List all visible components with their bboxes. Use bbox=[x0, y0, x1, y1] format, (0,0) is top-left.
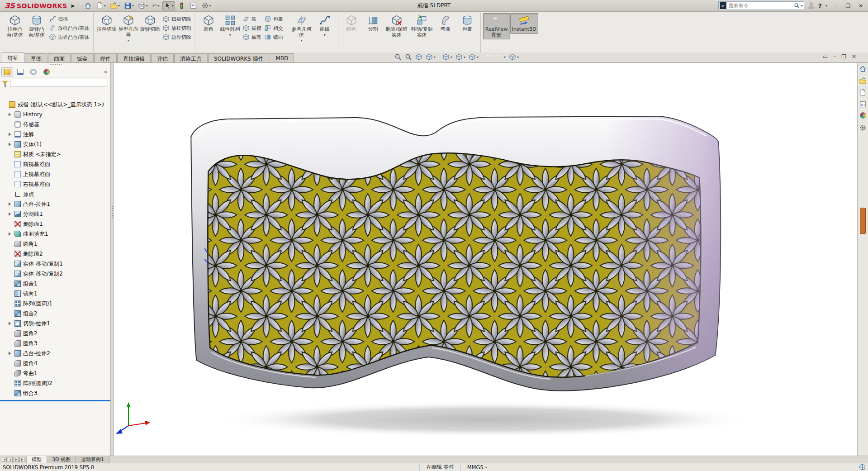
edit-appearance-button[interactable] bbox=[485, 53, 493, 61]
doc-close-button[interactable]: ✕ bbox=[852, 53, 856, 60]
tree-item-solid-bodies[interactable]: 实体(1) bbox=[0, 139, 110, 149]
new-document-button[interactable]: ▾ bbox=[95, 1, 107, 10]
doc-minimize-button[interactable]: – bbox=[833, 53, 836, 60]
doc-window-frame-button[interactable]: ▭ bbox=[823, 53, 828, 60]
tree-item-filled-surface1[interactable]: 曲面填充1 bbox=[0, 229, 110, 239]
intersect-button[interactable]: 相交 bbox=[263, 24, 285, 33]
tree-item-body-move-copy1[interactable]: 实体-移动/复制1 bbox=[0, 259, 110, 269]
tree-item-sensors[interactable]: 传感器 bbox=[0, 119, 110, 129]
revolve-cut-button[interactable]: 旋转切除 bbox=[139, 13, 161, 34]
tree-item-fillet2[interactable]: 圆角2 bbox=[0, 328, 110, 338]
motion-study-tab[interactable]: 运动算例1 bbox=[76, 456, 109, 463]
hole-wizard-caret-icon[interactable]: ▾ bbox=[128, 38, 129, 43]
zoom-to-area-button[interactable] bbox=[405, 53, 412, 61]
tree-item-mirror1[interactable]: 镜向1 bbox=[0, 289, 110, 299]
property-manager-tab[interactable] bbox=[14, 67, 26, 76]
tree-item-history[interactable]: History bbox=[0, 109, 110, 119]
display-manager-tab[interactable] bbox=[41, 67, 52, 76]
previous-tab-button[interactable] bbox=[8, 457, 13, 462]
revolve-boss-button[interactable]: 旋转凸台/基体 bbox=[26, 13, 47, 39]
tab-direct-editing[interactable]: 直接编辑 bbox=[117, 53, 151, 62]
previous-view-button[interactable] bbox=[415, 53, 422, 61]
tab-surfaces[interactable]: 曲面 bbox=[48, 53, 71, 62]
tab-solidworks-add-ins[interactable]: SOLIDWORKS 插件 bbox=[208, 53, 269, 62]
search-caret-icon[interactable]: ▾ bbox=[801, 4, 803, 8]
search-input[interactable] bbox=[728, 2, 792, 9]
graphics-viewport[interactable] bbox=[114, 63, 857, 456]
solidworks-resources-button[interactable] bbox=[859, 65, 867, 73]
search-scope-icon[interactable]: > bbox=[720, 2, 726, 9]
last-tab-button[interactable] bbox=[19, 457, 24, 462]
home-button[interactable] bbox=[83, 1, 93, 10]
print-button[interactable]: ▾ bbox=[137, 1, 149, 10]
model-tab[interactable]: 模型 bbox=[27, 456, 47, 463]
user-account-icon[interactable] bbox=[808, 2, 815, 9]
doc-restore-button[interactable]: ❐ bbox=[841, 53, 846, 60]
tab-features[interactable]: 特征 bbox=[2, 52, 24, 62]
units-selector[interactable]: MMGS ▴ bbox=[460, 464, 493, 471]
tree-item-origin[interactable]: 原点 bbox=[0, 189, 110, 199]
restore-button[interactable]: ❐ bbox=[844, 3, 853, 9]
tree-item-boss-extrude1[interactable]: 凸台-拉伸1 bbox=[0, 199, 110, 209]
linear-pattern-caret-icon[interactable]: ▾ bbox=[229, 33, 231, 37]
panel-flyout-arrow-icon[interactable]: » bbox=[104, 69, 109, 75]
rollback-bar[interactable] bbox=[0, 400, 110, 401]
draft-button[interactable]: 拔模 bbox=[241, 24, 263, 33]
filter-funnel-icon[interactable] bbox=[2, 81, 8, 85]
loft-cut-button[interactable]: 放样切割 bbox=[161, 24, 193, 33]
appearances-scenes-button[interactable] bbox=[860, 112, 866, 120]
tree-item-combine1[interactable]: 组合1 bbox=[0, 279, 110, 289]
options-button[interactable]: ▾ bbox=[200, 1, 213, 10]
hide-show-items-button[interactable]: ▾ bbox=[469, 53, 479, 61]
move-copy-bodies-button[interactable]: 移动/复制实体 bbox=[409, 13, 435, 39]
extrude-cut-button[interactable]: 拉伸切除 bbox=[96, 13, 118, 34]
tree-root-part[interactable]: 戒指 (默认<<默认>_显示状态 1>) bbox=[0, 100, 110, 109]
tree-item-right-plane[interactable]: 右视基准面 bbox=[0, 179, 110, 189]
view-settings-button[interactable]: ▾ bbox=[509, 53, 519, 61]
tab-sheet-metal[interactable]: 钣金 bbox=[71, 53, 94, 62]
section-view-button[interactable]: ▾ bbox=[426, 53, 436, 61]
tree-item-delete-face1[interactable]: 删除面1 bbox=[0, 219, 110, 229]
tab-sketch[interactable]: 草图 bbox=[25, 53, 47, 62]
extrude-boss-button[interactable]: 拉伸凸台/基体 bbox=[4, 13, 26, 39]
rebuild-button[interactable] bbox=[176, 1, 187, 10]
tree-item-top-plane[interactable]: 上视基准面 bbox=[0, 169, 110, 179]
file-properties-button[interactable] bbox=[188, 1, 199, 10]
curves-button[interactable]: 曲线▾ bbox=[314, 13, 336, 38]
wrap-button[interactable]: 包覆 bbox=[263, 14, 285, 24]
open-button[interactable]: ▾ bbox=[109, 1, 121, 10]
tree-item-material[interactable]: 材质 <未指定> bbox=[0, 149, 110, 159]
feature-manager-tab[interactable] bbox=[1, 67, 13, 76]
search-icon[interactable] bbox=[794, 3, 800, 9]
tab-evaluate[interactable]: 评估 bbox=[151, 53, 174, 62]
ring-model-view[interactable] bbox=[114, 63, 857, 456]
view-orientation-button[interactable]: ▾ bbox=[442, 53, 452, 61]
tree-item-front-plane[interactable]: 前视基准面 bbox=[0, 159, 110, 169]
linear-pattern-button[interactable]: 线性阵列▾ bbox=[219, 13, 241, 38]
reference-geometry-button[interactable]: 参考几何体▾ bbox=[289, 13, 314, 44]
task-pane-scroll-thumb[interactable] bbox=[860, 208, 866, 234]
hole-wizard-button[interactable]: 异型孔向导▾ bbox=[118, 13, 139, 44]
flex-button[interactable]: 弯曲 bbox=[435, 13, 456, 34]
tree-item-combine2[interactable]: 组合2 bbox=[0, 309, 110, 319]
first-tab-button[interactable] bbox=[2, 457, 7, 462]
panel-grip[interactable] bbox=[0, 63, 110, 67]
boundary-boss-button[interactable]: 边界凸台/基体 bbox=[47, 33, 91, 42]
select-tool-button[interactable]: ▾ bbox=[162, 1, 175, 10]
shell-button[interactable]: 抽壳 bbox=[241, 33, 263, 42]
file-explorer-button[interactable] bbox=[859, 89, 867, 96]
loft-boss-button[interactable]: 放样凸台/基体 bbox=[47, 24, 91, 33]
wrap-feature-button[interactable]: 包覆 bbox=[456, 13, 478, 34]
reference-geometry-caret-icon[interactable]: ▾ bbox=[301, 38, 303, 43]
tree-item-fillet3[interactable]: 圆角3 bbox=[0, 338, 110, 348]
tree-item-combine3[interactable]: 组合3 bbox=[0, 388, 110, 398]
minimize-button[interactable]: – bbox=[831, 3, 840, 9]
tree-item-split-line1[interactable]: 分割线1 bbox=[0, 209, 110, 219]
tab-mbd[interactable]: MBD bbox=[270, 53, 294, 62]
tree-item-fillet1[interactable]: 圆角1 bbox=[0, 239, 110, 249]
help-caret-icon[interactable]: ▾ bbox=[825, 4, 827, 8]
tab-render-tools[interactable]: 渲染工具 bbox=[174, 53, 208, 62]
tree-item-flex1[interactable]: 弯曲1 bbox=[0, 368, 110, 378]
custom-properties-button[interactable] bbox=[859, 124, 867, 132]
tree-filter-input[interactable] bbox=[10, 79, 108, 86]
